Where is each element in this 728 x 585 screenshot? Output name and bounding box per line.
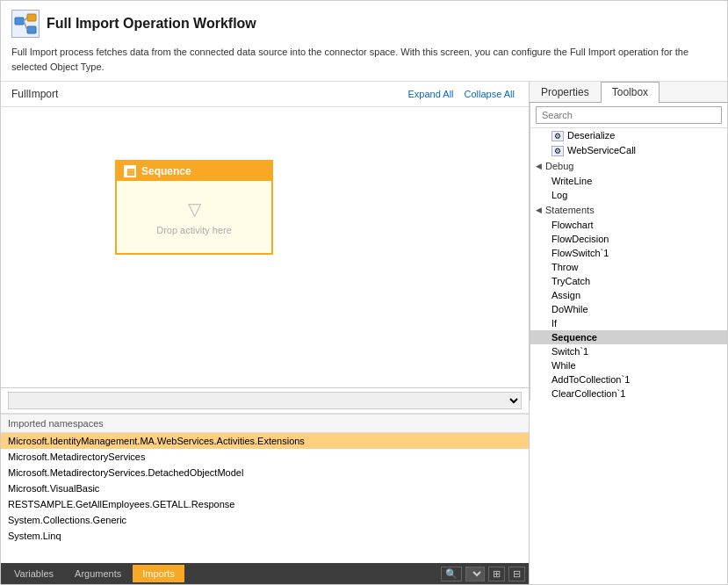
drop-arrow-icon: ▽ (188, 199, 201, 220)
toolbox-item[interactable]: WriteLine (530, 174, 727, 188)
arguments-tab-label: Arguments (75, 568, 121, 579)
namespace-dropdown-row (1, 388, 529, 414)
toolbox-search-container (530, 103, 727, 128)
header-section: Full Import Operation Workflow Full Impo… (1, 1, 727, 82)
collapse-all-button[interactable]: Collapse All (461, 87, 518, 101)
collapse-icon: ◀ (536, 162, 542, 170)
sequence-activity[interactable]: ▦ Sequence ▽ Drop activity here (115, 160, 273, 255)
toolbox-item[interactable]: Sequence (530, 330, 727, 344)
tab-variables[interactable]: Variables (4, 565, 63, 582)
toolbox-tab-label: Toolbox (612, 86, 648, 98)
section-label: Statements (545, 205, 595, 215)
namespace-item[interactable]: Microsoft.MetadirectoryServices.Detached… (1, 465, 529, 480)
page-title: Full Import Operation Workflow (47, 16, 256, 32)
toolbox-item[interactable]: If (530, 316, 727, 330)
namespace-panel: Imported namespaces Microsoft.IdentityMa… (1, 414, 529, 563)
namespace-list: Microsoft.IdentityManagement.MA.WebServi… (1, 433, 529, 544)
bottom-icons: 🔍 ⊞ ⊟ (441, 567, 525, 581)
sequence-title: Sequence (141, 165, 191, 177)
variables-tab-label: Variables (14, 568, 54, 579)
toolbox-item[interactable]: Switch`1 (530, 344, 727, 358)
tab-properties[interactable]: Properties (530, 82, 601, 102)
toolbox-search-input[interactable] (536, 106, 722, 124)
namespace-item[interactable]: RESTSAMPLE.GetAllEmployees.GETALL.Respon… (1, 496, 529, 512)
workflow-label: FullImport (11, 88, 401, 100)
namespace-item[interactable]: System.Linq (1, 528, 529, 544)
workflow-area: FullImport Expand All Collapse All ▦ Seq… (1, 82, 530, 584)
expand-all-button[interactable]: Expand All (405, 87, 458, 101)
toolbox-section-header[interactable]: ◀Statements (530, 202, 727, 218)
toolbox-item[interactable]: FlowDecision (530, 232, 727, 246)
toolbox-item[interactable]: Assign (530, 288, 727, 302)
toolbox-item[interactable]: ClearCollection`1 (530, 386, 727, 401)
right-panel: Properties Toolbox ⚙Deserialize⚙WebServi… (530, 82, 727, 584)
workflow-toolbar: FullImport Expand All Collapse All (1, 82, 529, 107)
collapse-icon: ◀ (536, 206, 542, 214)
workflow-icon (11, 10, 40, 38)
sequence-header: ▦ Sequence (117, 162, 271, 181)
bottom-dropdown[interactable] (465, 567, 485, 581)
properties-tab-label: Properties (541, 86, 589, 98)
right-tab-bar: Properties Toolbox (530, 82, 727, 103)
tab-arguments[interactable]: Arguments (65, 565, 131, 582)
toolbox-item[interactable]: ⚙WebServiceCall (530, 143, 727, 158)
imports-tab-label: Imports (142, 568, 175, 579)
section-label: Debug (545, 161, 573, 171)
namespace-item[interactable]: Microsoft.MetadirectoryServices (1, 449, 529, 465)
content-area: FullImport Expand All Collapse All ▦ Seq… (1, 82, 727, 584)
tab-imports[interactable]: Imports (133, 565, 184, 582)
toolbox-item[interactable]: AddToCollection`1 (530, 372, 727, 386)
sequence-body: ▽ Drop activity here (117, 181, 271, 253)
toolbox-section-header[interactable]: ◀Debug (530, 158, 727, 174)
namespace-header-label: Imported namespaces (8, 418, 104, 429)
toolbox-item[interactable]: Log (530, 188, 727, 202)
svg-rect-0 (15, 18, 24, 25)
bottom-icon-btn-2[interactable]: ⊟ (508, 567, 525, 581)
workflow-canvas: ▦ Sequence ▽ Drop activity here (1, 107, 529, 387)
search-bottom-button[interactable]: 🔍 (441, 567, 462, 581)
namespace-item[interactable]: Microsoft.IdentityManagement.MA.WebServi… (1, 433, 529, 449)
sequence-icon: ▦ (124, 165, 136, 177)
toolbox-item[interactable]: ⚙Deserialize (530, 128, 727, 143)
toolbox-item[interactable]: TryCatch (530, 274, 727, 288)
bottom-panel: Imported namespaces Microsoft.IdentityMa… (1, 387, 529, 584)
toolbox-panel: ⚙Deserialize⚙WebServiceCall◀DebugWriteLi… (530, 103, 727, 401)
toolbox-item[interactable]: DoWhile (530, 302, 727, 316)
toolbox-list: ⚙Deserialize⚙WebServiceCall◀DebugWriteLi… (530, 128, 727, 401)
svg-line-3 (24, 18, 27, 21)
tab-toolbox[interactable]: Toolbox (601, 82, 660, 103)
bottom-icon-btn-1[interactable]: ⊞ (488, 567, 505, 581)
toolbox-item[interactable]: Throw (530, 260, 727, 274)
drop-hint-text: Drop activity here (156, 225, 232, 235)
toolbox-item[interactable]: FlowSwitch`1 (530, 246, 727, 260)
toolbox-item[interactable]: Flowchart (530, 218, 727, 232)
namespace-dropdown[interactable] (8, 392, 522, 409)
header-description: Full Import process fetches data from th… (11, 45, 717, 74)
svg-line-4 (24, 21, 27, 30)
svg-rect-2 (27, 26, 36, 33)
namespace-header: Imported namespaces (1, 415, 529, 433)
namespace-item[interactable]: System.Collections.Generic (1, 512, 529, 528)
svg-rect-1 (27, 14, 36, 21)
namespace-item[interactable]: Microsoft.VisualBasic (1, 480, 529, 496)
toolbox-item[interactable]: While (530, 358, 727, 372)
bottom-tab-bar: Variables Arguments Imports 🔍 ⊞ ⊟ (1, 563, 529, 584)
